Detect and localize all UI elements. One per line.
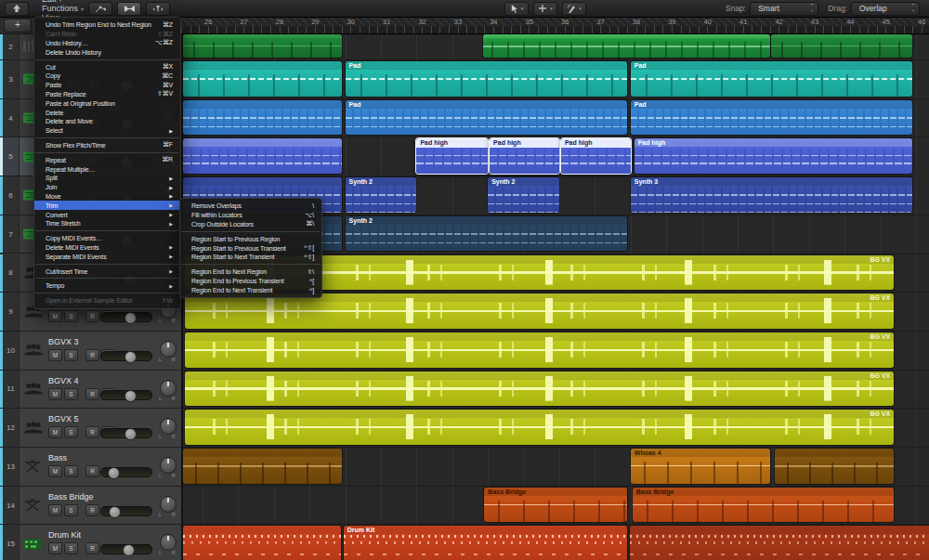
region-unnamed[interactable] bbox=[183, 61, 342, 97]
record-enable-button[interactable]: R bbox=[85, 388, 99, 400]
record-enable-button[interactable]: R bbox=[85, 310, 99, 322]
menu-item-region-start-to-next-transient[interactable]: Region Start to Next Transient^⇧] bbox=[180, 253, 321, 262]
region-pad-high[interactable]: Pad high bbox=[490, 138, 559, 174]
menu-item-show-flex-pitch-time[interactable]: Show Flex Pitch/Time⌘F bbox=[34, 141, 180, 150]
pointer-tool-select[interactable]: ▾ bbox=[504, 2, 529, 16]
record-enable-button[interactable]: R bbox=[85, 349, 99, 361]
menu-item-remove-overlaps[interactable]: Remove Overlaps\ bbox=[180, 202, 321, 211]
region-unnamed[interactable] bbox=[183, 100, 342, 136]
region-bg-vx[interactable]: BG VX bbox=[185, 332, 894, 368]
menu-item-region-end-to-next-transient[interactable]: Region End to Next Transient^] bbox=[180, 285, 321, 294]
region-unnamed[interactable] bbox=[183, 449, 342, 484]
region-bg-vx[interactable]: BG VX bbox=[185, 293, 894, 329]
marquee-tool-select[interactable]: ▾ bbox=[533, 2, 557, 16]
solo-button[interactable]: S bbox=[64, 388, 78, 400]
menu-item-delete-midi-events[interactable]: Delete MIDI Events▶ bbox=[34, 243, 180, 253]
region-pad[interactable]: Pad bbox=[346, 61, 627, 97]
bar-ruler[interactable]: 2627282930313233343536373839404142434445… bbox=[181, 17, 929, 34]
region-unnamed[interactable] bbox=[630, 526, 929, 560]
region-pad-high[interactable]: Pad high bbox=[635, 138, 913, 174]
flex-button[interactable] bbox=[117, 2, 141, 16]
region-synth-2[interactable]: Synth 2 bbox=[488, 177, 559, 213]
region-unnamed[interactable] bbox=[483, 34, 769, 58]
menu-item-trim[interactable]: Trim▶ bbox=[34, 201, 180, 210]
mute-button[interactable]: M bbox=[48, 349, 62, 361]
menu-item-split[interactable]: Split▶ bbox=[34, 174, 180, 183]
menu-item-paste[interactable]: Paste⌘V bbox=[34, 81, 180, 90]
solo-button[interactable]: S bbox=[64, 542, 78, 554]
region-pad[interactable]: Pad bbox=[631, 100, 912, 136]
volume-slider[interactable] bbox=[100, 312, 152, 322]
drag-select[interactable]: Overlap ⌃⌄ bbox=[851, 2, 920, 16]
menu-item-region-end-to-previous-transient[interactable]: Region End to Previous Transient^[ bbox=[180, 277, 321, 286]
pan-knob[interactable] bbox=[160, 457, 177, 474]
menu-item-delete-undo-history[interactable]: Delete Undo History bbox=[34, 47, 180, 57]
slider-thumb[interactable] bbox=[124, 312, 137, 324]
menu-item-crop-outside-locators[interactable]: Crop Outside Locators⌘\ bbox=[180, 220, 321, 229]
menu-item-fill-within-locators[interactable]: Fill within Locators⌥\ bbox=[180, 211, 321, 220]
track-header-10[interactable]: 10BGVX 3MSRILR bbox=[0, 332, 181, 371]
solo-button[interactable]: S bbox=[64, 426, 78, 438]
pan-knob[interactable] bbox=[160, 534, 177, 551]
record-enable-button[interactable]: R bbox=[85, 426, 99, 438]
mute-button[interactable]: M bbox=[48, 504, 62, 516]
record-enable-button[interactable]: R bbox=[85, 504, 99, 516]
menu-item-select[interactable]: Select▶ bbox=[34, 126, 180, 136]
funnel-button[interactable] bbox=[146, 2, 170, 16]
mute-button[interactable]: M bbox=[48, 426, 62, 438]
slider-thumb[interactable] bbox=[109, 506, 121, 518]
slider-thumb[interactable] bbox=[124, 390, 137, 402]
region-synth-3[interactable]: Synth 3 bbox=[631, 177, 912, 213]
pan-knob[interactable] bbox=[160, 496, 177, 513]
region-unnamed[interactable] bbox=[775, 449, 894, 484]
volume-slider[interactable] bbox=[100, 506, 152, 516]
region-bass-bridge[interactable]: Bass Bridge bbox=[484, 488, 627, 523]
menu-button-functions[interactable]: Functions▾ bbox=[42, 4, 84, 13]
menu-item-region-end-to-next-region[interactable]: Region End to Next Region⇧\ bbox=[180, 267, 321, 277]
volume-slider[interactable] bbox=[100, 544, 152, 554]
region-unnamed[interactable] bbox=[183, 526, 341, 560]
menu-item-paste-replace[interactable]: Paste Replace⇧⌘V bbox=[34, 90, 180, 99]
region-whoas-4[interactable]: Whoas 4 bbox=[631, 449, 770, 484]
menu-item-repeat[interactable]: Repeat⌘R bbox=[34, 155, 180, 164]
mute-button[interactable]: M bbox=[48, 542, 62, 554]
slider-thumb[interactable] bbox=[123, 544, 135, 556]
region-pad-high[interactable]: Pad high bbox=[416, 138, 488, 174]
mute-button[interactable]: M bbox=[48, 465, 62, 477]
menu-item-undo-trim-region-end-to-next-region[interactable]: Undo Trim Region End to Next Region⌘Z bbox=[34, 20, 180, 30]
snap-select[interactable]: Smart ⌃⌄ bbox=[750, 2, 818, 16]
menu-item-delete-and-move[interactable]: Delete and Move bbox=[34, 117, 180, 126]
menu-item-time-stretch[interactable]: Time Stretch▶ bbox=[34, 219, 180, 228]
add-track-button[interactable]: + bbox=[4, 19, 32, 33]
solo-button[interactable]: S bbox=[64, 504, 78, 516]
menu-item-move[interactable]: Move▶ bbox=[34, 192, 180, 202]
region-bg-vx[interactable]: BG VX bbox=[185, 410, 894, 445]
menu-item-cut[interactable]: Cut⌘X bbox=[34, 62, 180, 72]
solo-button[interactable]: S bbox=[64, 465, 78, 477]
track-header-15[interactable]: 15Drum KitMSRLR bbox=[0, 525, 181, 560]
menu-item-join[interactable]: Join▶ bbox=[34, 183, 180, 192]
region-synth-2[interactable]: Synth 2 bbox=[346, 216, 627, 252]
solo-button[interactable]: S bbox=[64, 310, 78, 322]
slider-thumb[interactable] bbox=[124, 351, 137, 363]
pan-knob[interactable] bbox=[160, 418, 177, 435]
region-pad-high[interactable]: Pad high bbox=[561, 138, 631, 174]
menu-item-repeat-multiple[interactable]: Repeat Multiple… bbox=[34, 164, 180, 174]
menu-item-delete[interactable]: Delete bbox=[34, 108, 180, 117]
region-bass-bridge[interactable]: Bass Bridge bbox=[633, 488, 894, 523]
hierarchy-up-button[interactable] bbox=[5, 2, 29, 16]
menu-item-copy[interactable]: Copy⌘C bbox=[34, 72, 180, 81]
region-bg-vx[interactable]: BG VX bbox=[185, 371, 894, 407]
region-pad[interactable]: Pad bbox=[631, 61, 912, 97]
menu-item-copy-midi-events[interactable]: Copy MIDI Events… bbox=[34, 234, 180, 243]
menu-item-paste-at-original-position[interactable]: Paste at Original Position bbox=[34, 98, 180, 108]
volume-slider[interactable] bbox=[100, 428, 152, 438]
menu-item-separate-midi-events[interactable]: Separate MIDI Events▶ bbox=[34, 252, 180, 261]
track-header-11[interactable]: 11BGVX 4MSRILR bbox=[0, 371, 181, 410]
menu-item-region-start-to-previous-region[interactable]: Region Start to Previous Region bbox=[180, 234, 321, 243]
menu-item-cut-insert-time[interactable]: Cut/Insert Time▶ bbox=[34, 267, 180, 276]
region-unnamed[interactable] bbox=[183, 34, 342, 58]
automation-button[interactable] bbox=[88, 2, 112, 16]
record-enable-button[interactable]: R bbox=[85, 542, 99, 554]
volume-slider[interactable] bbox=[100, 390, 152, 400]
